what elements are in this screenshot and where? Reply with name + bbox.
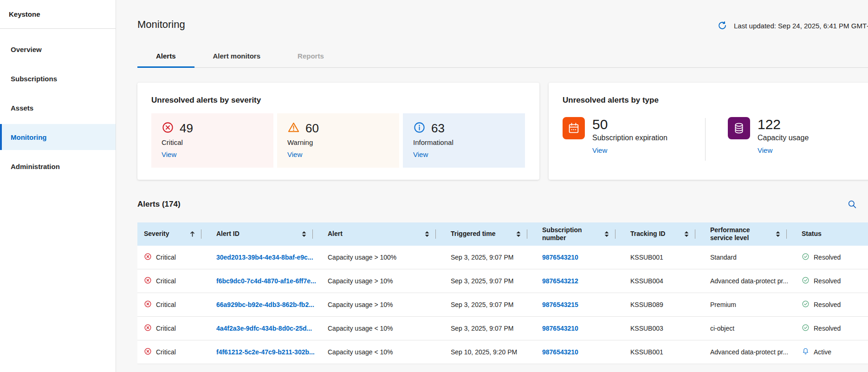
resolved-check-icon [802,300,810,309]
triggered-time-cell: Sep 10, 2025, 9:20 PM [451,348,517,356]
main-content: Monitoring Last updated: Sep 24, 2025, 6… [116,0,868,372]
header-divider [201,229,201,239]
tracking-id-cell: KSSUB001 [630,348,663,356]
table-row: Critical 4a4f2a3e-9dfc-434b-8d0c-25d... … [137,317,868,340]
capacity-usage-view-link[interactable]: View [758,146,772,154]
sidebar-item-assets[interactable]: Assets [0,95,116,121]
table-row: Critical 30ed2013-39b4-4e34-8baf-e9c... … [137,246,868,269]
warning-view-link[interactable]: View [287,150,302,158]
severity-cell: Critical [156,254,176,261]
alert-id-link[interactable]: 30ed2013-39b4-4e34-8baf-e9c... [216,254,313,261]
column-label: Alert ID [216,230,240,238]
sort-icon[interactable] [604,231,609,237]
column-label: Performance service level [710,226,765,242]
alert-id-link[interactable]: f6bc9dc0-7c4d-4870-af1e-6ff7e... [216,277,316,285]
critical-circle-x-icon [144,276,152,286]
informational-label: Informational [413,138,515,146]
capacity-usage-label: Capacity usage [758,134,809,142]
active-bell-icon [802,347,810,357]
subscription-number-link[interactable]: 9876543210 [542,325,578,332]
critical-label: Critical [162,138,263,146]
column-header-status[interactable]: Status [792,222,868,246]
column-header-performance-service-level[interactable]: Performance service level [701,222,792,246]
column-header-severity[interactable]: Severity [137,222,207,246]
alert-id-link[interactable]: 66a929bc-b92e-4db3-862b-fb2... [216,301,314,308]
informational-tile: 63 Informational View [403,113,525,168]
subscription-number-link[interactable]: 9876543215 [542,301,578,308]
performance-service-level-cell: ci-object [710,325,734,332]
alerts-table: Severity Alert ID Alert [137,222,868,364]
capacity-usage-count: 122 [758,117,809,132]
sidebar-item-label: Assets [11,104,33,112]
critical-view-link[interactable]: View [162,150,176,158]
sidebar-item-administration[interactable]: Administration [0,153,116,179]
resolved-check-icon [802,324,810,333]
table-row: Critical f6bc9dc0-7c4d-4870-af1e-6ff7e..… [137,269,868,293]
warning-label: Warning [287,138,389,146]
alerts-table-title: Alerts (174) [137,200,181,209]
sidebar-item-overview[interactable]: Overview [0,36,116,62]
informational-count: 63 [431,121,445,136]
header-divider [786,229,787,239]
status-cell: Resolved [814,277,841,285]
column-header-tracking-id[interactable]: Tracking ID [621,222,701,246]
sort-icon[interactable] [684,231,689,237]
sort-icon[interactable] [301,231,307,237]
last-updated-text: Last updated: Sep 24, 2025, 6:41 PM GMT+… [734,22,868,30]
critical-circle-x-icon [162,121,174,136]
alert-id-link[interactable]: f4f61212-5c2e-47c9-b211-302b... [216,348,315,356]
header-divider [615,229,615,239]
status-cell: Resolved [814,254,841,261]
header-divider [695,229,695,239]
sidebar-item-subscriptions[interactable]: Subscriptions [0,65,116,91]
triggered-time-cell: Sep 3, 2025, 9:07 PM [451,325,513,332]
column-header-alert-id[interactable]: Alert ID [207,222,318,246]
search-icon[interactable] [846,198,858,210]
subscription-expiration-label: Subscription expiration [592,134,667,142]
subscription-expiration-view-link[interactable]: View [592,146,607,154]
alert-id-link[interactable]: 4a4f2a3e-9dfc-434b-8d0c-25d... [216,325,312,332]
tracking-id-cell: KSSUB001 [630,254,663,261]
sidebar-item-label: Administration [11,163,60,170]
alert-cell: Capacity usage > 100% [328,254,396,261]
sort-icon[interactable] [424,231,430,237]
critical-circle-x-icon [144,253,152,262]
brand-title: Keystone [0,0,116,29]
column-label: Status [802,230,822,238]
alert-cell: Capacity usage > 10% [328,277,393,285]
refresh-icon[interactable] [716,20,728,32]
warning-triangle-icon [287,121,300,136]
subscription-number-link[interactable]: 9876543210 [542,254,578,261]
unresolved-alerts-by-type-card: Unresolved alerts by type [549,83,868,180]
column-header-triggered-time[interactable]: Triggered time [441,222,533,246]
unresolved-alerts-by-severity-card: Unresolved alerts by severity 49 [137,83,539,180]
alert-cell: Capacity usage > 10% [328,301,393,308]
warning-count: 60 [305,121,319,136]
column-label: Severity [144,230,169,238]
subscription-number-link[interactable]: 9876543212 [542,277,578,285]
column-header-alert[interactable]: Alert [318,222,441,246]
informational-view-link[interactable]: View [413,150,428,158]
info-circle-icon [413,121,426,136]
tracking-id-cell: KSSUB089 [630,301,663,308]
sidebar-item-label: Subscriptions [11,75,57,83]
sort-ascending-icon[interactable] [189,231,195,237]
tab-alert-monitors[interactable]: Alert monitors [194,46,279,68]
severity-cell: Critical [156,277,176,285]
performance-service-level-cell: Standard [710,254,737,261]
critical-count: 49 [180,121,193,136]
sidebar-item-label: Overview [11,46,42,53]
sort-icon[interactable] [516,231,521,237]
alert-cell: Capacity usage < 10% [328,348,393,356]
tab-reports[interactable]: Reports [279,46,343,68]
sort-icon[interactable] [775,231,781,237]
column-label: Alert [328,230,343,238]
triggered-time-cell: Sep 3, 2025, 9:07 PM [451,301,513,308]
tab-alerts[interactable]: Alerts [137,46,194,68]
sidebar-item-monitoring[interactable]: Monitoring [0,124,116,150]
subscription-number-link[interactable]: 9876543210 [542,348,578,356]
tracking-id-cell: KSSUB003 [630,325,663,332]
column-header-subscription-number[interactable]: Subscription number [533,222,621,246]
status-cell: Resolved [814,325,841,332]
column-label: Triggered time [451,230,495,238]
